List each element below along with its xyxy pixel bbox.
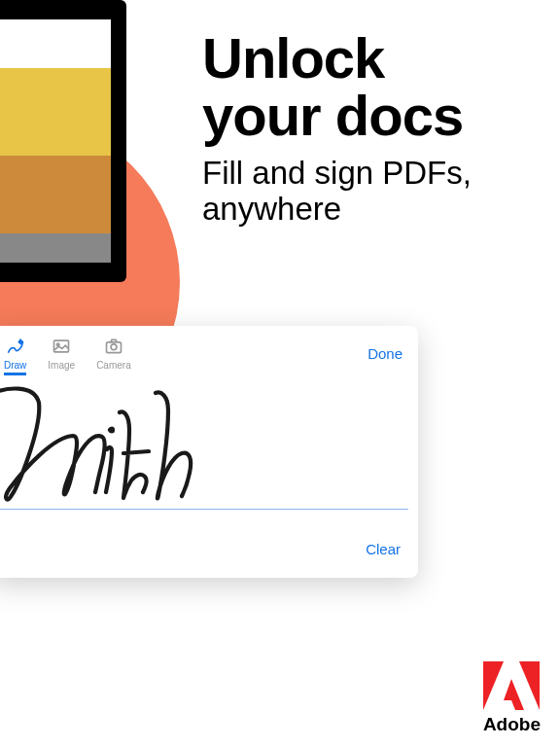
signature-canvas[interactable] — [0, 380, 418, 531]
camera-icon — [103, 336, 124, 357]
tool-draw-label: Draw — [4, 360, 26, 371]
content-stripe — [0, 233, 111, 263]
subheadline: Fill and sign PDFs, anywhere — [202, 156, 472, 228]
adobe-logo-icon — [483, 661, 540, 710]
headline-line1: Unlock — [202, 26, 384, 89]
signature-panel: Draw Image Camera Done — [0, 326, 418, 578]
headline-block: Unlock your docs Fill and sign PDFs, any… — [202, 29, 472, 228]
tool-camera[interactable]: Camera — [96, 336, 131, 371]
adobe-brand: Adobe — [483, 661, 541, 735]
hero-area: Unlock your docs Fill and sign PDFs, any… — [0, 0, 560, 340]
subhead-line1: Fill and sign PDFs, — [202, 155, 472, 191]
signature-toolbar: Draw Image Camera Done — [0, 326, 418, 374]
tablet-screen — [0, 19, 111, 263]
subhead-line2: anywhere — [202, 191, 341, 227]
adobe-brand-text: Adobe — [483, 714, 541, 735]
signature-baseline — [0, 509, 408, 510]
tool-image-label: Image — [48, 360, 75, 371]
tablet-device — [0, 0, 126, 282]
tool-image[interactable]: Image — [48, 336, 75, 371]
svg-point-3 — [111, 344, 117, 350]
content-stripe — [0, 68, 111, 160]
tool-camera-label: Camera — [96, 360, 131, 371]
clear-row: Clear — [0, 531, 418, 578]
headline-line2: your docs — [202, 84, 463, 147]
signature-drawing — [0, 383, 258, 524]
tablet-content — [0, 19, 111, 263]
pen-icon — [5, 336, 26, 357]
image-icon — [51, 336, 72, 357]
content-stripe — [0, 156, 111, 233]
tool-draw[interactable]: Draw — [4, 336, 26, 375]
headline: Unlock your docs — [202, 29, 472, 144]
done-button[interactable]: Done — [368, 345, 402, 362]
clear-button[interactable]: Clear — [366, 541, 401, 557]
